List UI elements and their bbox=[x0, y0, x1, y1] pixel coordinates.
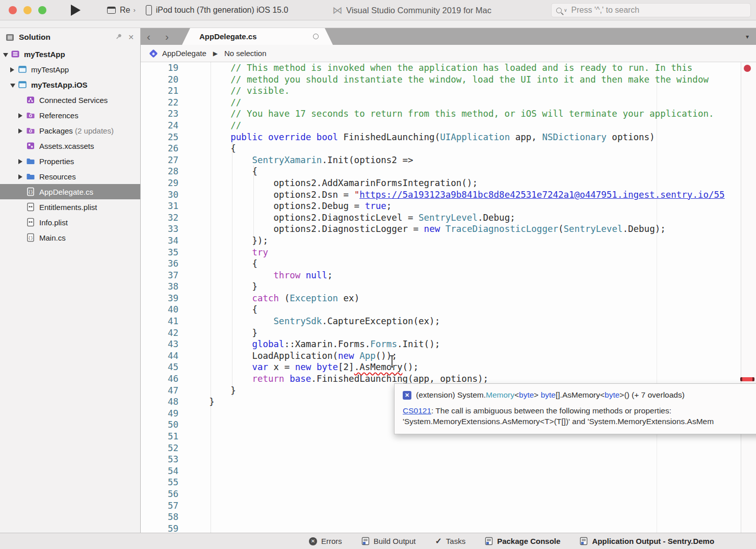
line-number[interactable]: 50 bbox=[141, 419, 178, 431]
code-line-25[interactable]: 25 public override bool FinishedLaunchin… bbox=[141, 132, 756, 143]
code-line-26[interactable]: 26 { bbox=[141, 143, 756, 154]
code-line-42[interactable]: 42 } bbox=[141, 327, 756, 339]
line-number[interactable]: 19 bbox=[141, 62, 178, 74]
code-line-56[interactable]: 56 bbox=[141, 488, 756, 500]
code-line-43[interactable]: 43 global::Xamarin.Forms.Forms.Init(); bbox=[141, 338, 756, 350]
expander-right-icon[interactable] bbox=[18, 126, 25, 135]
close-pad-icon[interactable]: ✕ bbox=[127, 33, 135, 41]
line-number[interactable]: 48 bbox=[141, 396, 178, 408]
line-number[interactable]: 24 bbox=[141, 120, 178, 132]
code-line-35[interactable]: 35 try bbox=[141, 247, 756, 258]
code-line-30[interactable]: 30 options2.Dsn = "https://5a193123a9b84… bbox=[141, 189, 756, 201]
pin-icon[interactable] bbox=[113, 32, 125, 43]
line-number[interactable]: 20 bbox=[141, 74, 178, 86]
statusbar-item-application-output-sentry-demo[interactable]: Application Output - Sentry.Demo bbox=[580, 537, 714, 545]
code-line-52[interactable]: 52 bbox=[141, 442, 756, 454]
code-line-38[interactable]: 38 } bbox=[141, 281, 756, 293]
code-line-21[interactable]: 21 // visible. bbox=[141, 85, 756, 97]
line-number[interactable]: 34 bbox=[141, 235, 178, 247]
search-input[interactable] bbox=[571, 6, 724, 15]
line-number[interactable]: 57 bbox=[141, 500, 178, 512]
line-number[interactable]: 46 bbox=[141, 373, 178, 385]
code-line-22[interactable]: 22 // bbox=[141, 97, 756, 109]
line-number[interactable]: 32 bbox=[141, 212, 178, 224]
code-line-57[interactable]: 57 bbox=[141, 500, 756, 512]
scrollbar[interactable] bbox=[741, 62, 756, 533]
configuration-selector[interactable]: Re › bbox=[107, 6, 136, 15]
line-number[interactable]: 47 bbox=[141, 385, 178, 397]
line-number[interactable]: 22 bbox=[141, 97, 178, 109]
sidebar-item-entitlements-plist[interactable]: Entitlements.plist bbox=[0, 199, 140, 215]
code-line-28[interactable]: 28 { bbox=[141, 166, 756, 177]
code-line-41[interactable]: 41 SentrySdk.CaptureException(ex); bbox=[141, 316, 756, 327]
line-number[interactable]: 54 bbox=[141, 465, 178, 477]
code-line-24[interactable]: 24 // bbox=[141, 120, 756, 132]
line-number[interactable]: 53 bbox=[141, 454, 178, 465]
statusbar-item-package-console[interactable]: Package Console bbox=[485, 537, 560, 545]
expander-down-icon[interactable] bbox=[3, 50, 10, 59]
line-number[interactable]: 33 bbox=[141, 223, 178, 235]
minimize-window-button[interactable] bbox=[23, 6, 32, 14]
line-number[interactable]: 28 bbox=[141, 166, 178, 177]
sidebar-item-properties[interactable]: Properties bbox=[0, 153, 140, 169]
line-number[interactable]: 26 bbox=[141, 143, 178, 154]
line-number[interactable]: 31 bbox=[141, 200, 178, 212]
sidebar-item-main-cs[interactable]: {}Main.cs bbox=[0, 230, 140, 245]
line-number[interactable]: 59 bbox=[141, 523, 178, 533]
line-number[interactable]: 36 bbox=[141, 258, 178, 270]
sidebar-item-mytestapp-ios[interactable]: myTestApp.iOS bbox=[0, 77, 140, 92]
sidebar-item-assets-xcassets[interactable]: Assets.xcassets bbox=[0, 138, 140, 153]
statusbar-item-build-output[interactable]: Build Output bbox=[361, 537, 416, 545]
run-button[interactable] bbox=[71, 5, 81, 16]
breadcrumb-selection[interactable]: No selection bbox=[224, 49, 267, 58]
code-line-59[interactable]: 59 bbox=[141, 523, 756, 533]
code-line-55[interactable]: 55 bbox=[141, 477, 756, 488]
line-number[interactable]: 44 bbox=[141, 350, 178, 362]
line-number[interactable]: 30 bbox=[141, 189, 178, 201]
line-number[interactable]: 21 bbox=[141, 85, 178, 97]
sidebar-item-packages[interactable]: Packages (2 updates) bbox=[0, 123, 140, 138]
sidebar-item-resources[interactable]: Resources bbox=[0, 169, 140, 184]
code-line-29[interactable]: 29 options2.AddXamarinFormsIntegration()… bbox=[141, 177, 756, 189]
line-number[interactable]: 38 bbox=[141, 281, 178, 293]
code-line-32[interactable]: 32 options2.DiagnosticLevel = SentryLeve… bbox=[141, 212, 756, 224]
sidebar-item-appdelegate-cs[interactable]: {}AppDelegate.cs bbox=[0, 184, 140, 199]
expander-right-icon[interactable] bbox=[10, 65, 17, 74]
line-number[interactable]: 35 bbox=[141, 247, 178, 258]
code-line-27[interactable]: 27 SentryXamarin.Init(options2 => bbox=[141, 154, 756, 166]
line-number[interactable]: 23 bbox=[141, 108, 178, 120]
line-number[interactable]: 29 bbox=[141, 177, 178, 189]
navigate-forward-button[interactable]: › bbox=[165, 28, 169, 45]
line-number[interactable]: 43 bbox=[141, 338, 178, 350]
code-line-44[interactable]: 44 LoadApplication(new App()); bbox=[141, 350, 756, 362]
breadcrumb-class[interactable]: AppDelegate bbox=[162, 49, 206, 58]
search-box[interactable]: ∨ bbox=[551, 3, 751, 17]
code-line-34[interactable]: 34 }); bbox=[141, 235, 756, 247]
error-code-link[interactable]: CS0121 bbox=[403, 406, 431, 415]
expander-down-icon[interactable] bbox=[10, 81, 17, 89]
code-line-20[interactable]: 20 // method you should instantiate the … bbox=[141, 74, 756, 86]
statusbar-item-errors[interactable]: ✕Errors bbox=[309, 537, 342, 545]
sidebar-item-references[interactable]: References bbox=[0, 108, 140, 123]
code-line-39[interactable]: 39 catch (Exception ex) bbox=[141, 293, 756, 304]
device-selector[interactable]: iPod touch (7th generation) iOS 15.0 bbox=[146, 5, 289, 15]
expander-right-icon[interactable] bbox=[18, 111, 25, 120]
line-number[interactable]: 39 bbox=[141, 293, 178, 304]
code-line-58[interactable]: 58 bbox=[141, 511, 756, 523]
code-line-40[interactable]: 40 { bbox=[141, 304, 756, 316]
code-line-45[interactable]: 45 var x = new byte[2].AsMemory(); bbox=[141, 361, 756, 373]
line-number[interactable]: 42 bbox=[141, 327, 178, 339]
code-editor[interactable]: 19 // This method is invoked when the ap… bbox=[141, 62, 756, 533]
expander-right-icon[interactable] bbox=[18, 172, 25, 181]
line-number[interactable]: 40 bbox=[141, 304, 178, 316]
line-number[interactable]: 55 bbox=[141, 477, 178, 488]
sidebar-item-mytestapp[interactable]: myTestApp bbox=[0, 62, 140, 77]
sidebar-item-connected-services[interactable]: Connected Services bbox=[0, 92, 140, 108]
tab-list-dropdown-icon[interactable]: ▾ bbox=[746, 28, 749, 45]
navigate-back-button[interactable]: ‹ bbox=[147, 28, 150, 45]
line-number[interactable]: 58 bbox=[141, 511, 178, 523]
code-line-23[interactable]: 23 // You have 17 seconds to return from… bbox=[141, 108, 756, 120]
line-number[interactable]: 56 bbox=[141, 488, 178, 500]
line-number[interactable]: 45 bbox=[141, 361, 178, 373]
code-line-53[interactable]: 53 bbox=[141, 454, 756, 465]
